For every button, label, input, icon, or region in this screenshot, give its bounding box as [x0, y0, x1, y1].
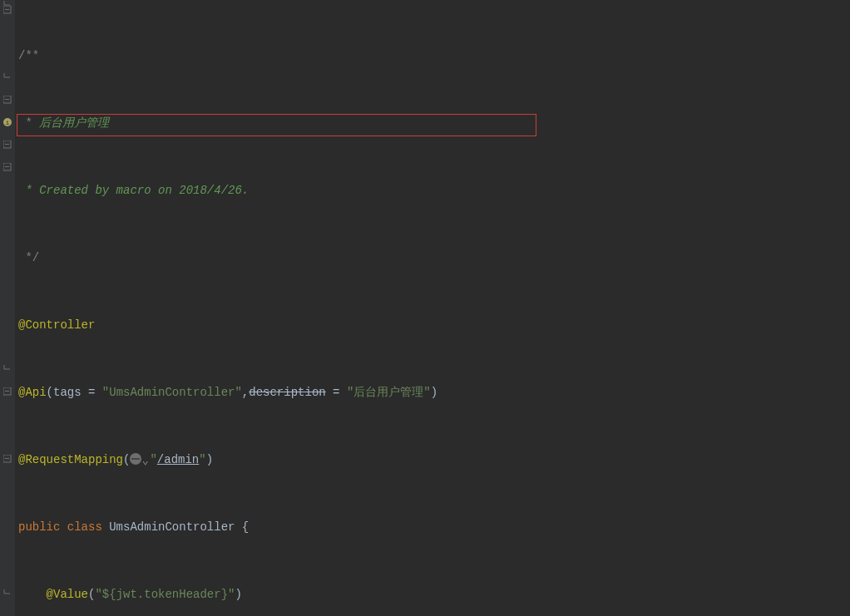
fold-marker[interactable]: [2, 387, 12, 397]
code-area[interactable]: /** * 后台用户管理 * Created by macro on 2018/…: [15, 0, 698, 616]
code-line: public class UmsAdminController {: [18, 516, 698, 539]
code-line: /**: [18, 45, 698, 67]
chevron-down-icon: ⌄: [141, 450, 150, 458]
fold-end-marker: [2, 0, 12, 10]
gutter: i: [0, 0, 15, 616]
gutter-hint-icon[interactable]: i: [2, 117, 12, 127]
code-line: @Controller: [18, 314, 698, 337]
code-line: */: [18, 247, 698, 269]
fold-marker[interactable]: [2, 454, 12, 464]
code-line: * 后台用户管理: [18, 112, 698, 135]
code-line: @RequestMapping(⌄"/admin"): [18, 449, 698, 471]
fold-end-marker: [2, 364, 12, 374]
code-line: @Api(tags = "UmsAdminController",descrip…: [18, 382, 698, 404]
code-line: @Value("${jwt.tokenHeader}"): [18, 584, 698, 606]
svg-text:i: i: [5, 119, 9, 126]
code-line: * Created by macro on 2018/4/26.: [18, 180, 698, 202]
fold-marker[interactable]: [2, 95, 12, 105]
fold-end-marker: [2, 72, 12, 82]
fold-marker[interactable]: [2, 140, 12, 150]
globe-icon: [130, 453, 141, 465]
fold-marker[interactable]: [2, 162, 12, 172]
fold-end-marker: [2, 589, 12, 599]
